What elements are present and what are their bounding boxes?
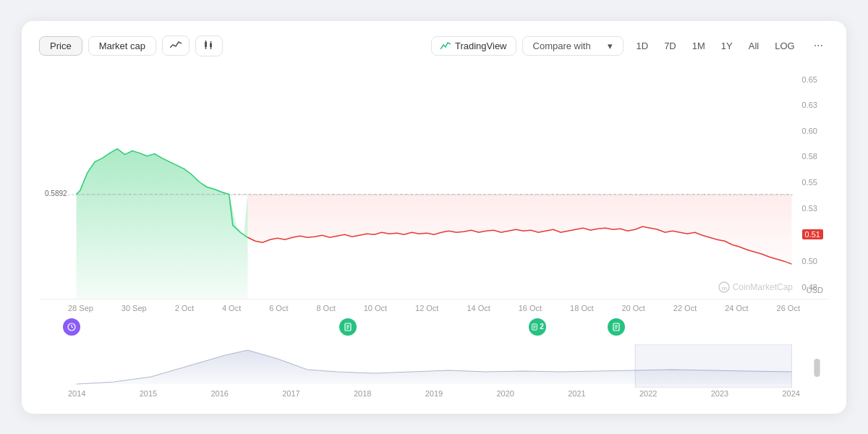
x-label-12oct: 12 Oct <box>415 304 438 312</box>
x-label-10oct: 10 Oct <box>364 304 387 312</box>
year-labels: 2014 2015 2016 2017 2018 2019 2020 2021 … <box>39 388 829 399</box>
marketcap-button[interactable]: Market cap <box>88 36 156 56</box>
year-2020: 2020 <box>497 389 514 398</box>
x-label-30sep: 30 Sep <box>122 304 147 312</box>
svg-rect-3 <box>210 43 212 47</box>
tradingview-button[interactable]: TradingView <box>431 36 516 56</box>
compare-button[interactable]: Compare with ▾ <box>522 36 624 56</box>
svg-rect-0 <box>205 42 207 47</box>
svg-rect-23 <box>814 359 820 377</box>
x-label-22oct: 22 Oct <box>673 304 697 312</box>
more-options-button[interactable]: ··· <box>808 35 829 56</box>
time-log[interactable]: LOG <box>767 37 801 55</box>
event-doc-icon-3[interactable] <box>608 318 625 336</box>
x-label-14oct: 14 Oct <box>467 304 490 312</box>
year-2023: 2023 <box>711 389 728 398</box>
year-2016: 2016 <box>211 389 229 398</box>
year-2021: 2021 <box>568 389 585 398</box>
year-2014: 2014 <box>68 389 85 398</box>
price-button[interactable]: Price <box>39 36 82 56</box>
price-chart-svg <box>39 68 829 299</box>
mini-chart-svg <box>39 344 829 388</box>
watermark-text: CoinMarketCap <box>733 282 793 292</box>
x-label-8oct: 8 Oct <box>316 304 335 312</box>
time-7d[interactable]: 7D <box>657 37 684 55</box>
year-2019: 2019 <box>425 389 443 398</box>
toolbar: Price Market cap TradingView C <box>39 35 829 56</box>
year-2017: 2017 <box>282 389 299 398</box>
svg-text:m: m <box>722 285 727 292</box>
x-axis-labels: 28 Sep 30 Sep 2 Oct 4 Oct 6 Oct 8 Oct 10… <box>39 299 829 315</box>
year-2024: 2024 <box>783 389 800 398</box>
main-chart-area: 0.5892 <box>39 68 829 299</box>
compare-label: Compare with <box>533 41 591 51</box>
x-label-4oct: 4 Oct <box>222 304 241 312</box>
time-1y[interactable]: 1Y <box>714 37 740 55</box>
reference-price-tag: 0.5892 <box>45 190 67 197</box>
x-label-16oct: 16 Oct <box>519 304 542 312</box>
event-doc-icon-1[interactable] <box>339 318 357 336</box>
year-2018: 2018 <box>354 389 371 398</box>
x-label-18oct: 18 Oct <box>570 304 593 312</box>
watermark: m CoinMarketCap <box>718 281 793 293</box>
chart-card: Price Market cap TradingView C <box>22 21 846 414</box>
year-2022: 2022 <box>639 389 657 398</box>
event-icons-row: 2 <box>39 315 829 341</box>
usd-label: USD <box>807 286 823 294</box>
x-label-2oct: 2 Oct <box>175 304 194 312</box>
time-all[interactable]: All <box>741 37 766 55</box>
time-1d[interactable]: 1D <box>629 37 656 55</box>
event-history-icon[interactable] <box>63 318 80 336</box>
x-label-6oct: 6 Oct <box>269 304 288 312</box>
candle-chart-icon[interactable] <box>195 35 223 56</box>
time-1m[interactable]: 1M <box>685 37 712 55</box>
chevron-down-icon: ▾ <box>608 41 613 51</box>
mini-chart-area[interactable] <box>39 344 829 388</box>
x-label-24oct: 24 Oct <box>725 304 748 312</box>
reference-price-line <box>68 195 793 195</box>
x-label-20oct: 20 Oct <box>621 304 644 312</box>
line-chart-icon[interactable] <box>162 35 190 56</box>
x-label-26oct: 26 Oct <box>777 304 800 312</box>
svg-rect-22 <box>635 344 791 388</box>
tradingview-label: TradingView <box>455 41 507 51</box>
x-label-28sep: 28 Sep <box>68 304 93 312</box>
year-2015: 2015 <box>140 389 157 398</box>
time-period-buttons: 1D 7D 1M 1Y All LOG <box>629 37 802 55</box>
event-doc-icon-2[interactable]: 2 <box>529 318 546 336</box>
